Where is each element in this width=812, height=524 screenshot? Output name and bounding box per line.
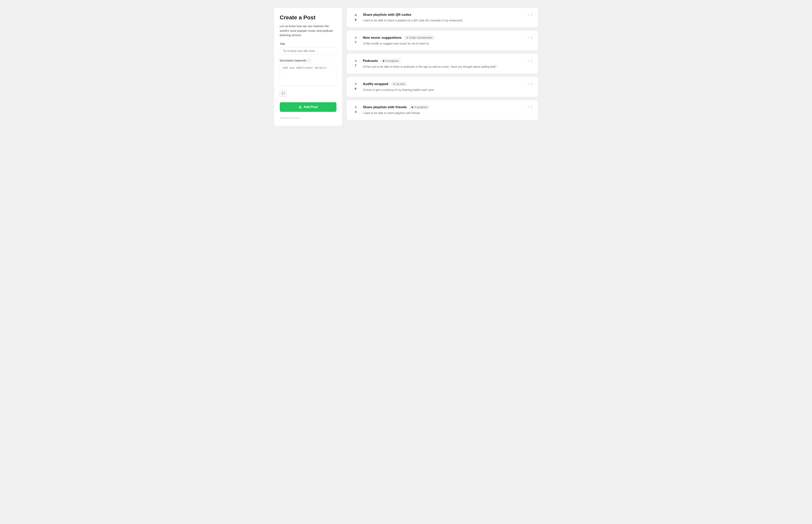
status-badge: Under consideration <box>404 35 435 40</box>
comment-section[interactable]: ○1 <box>527 105 532 109</box>
post-title: Audify wrapped <box>363 82 388 86</box>
post-title: Share playlists with friends <box>363 105 407 109</box>
vote-count: 6 <box>355 87 356 90</box>
post-card: ∧3Share playlists with friendsIn progres… <box>347 100 538 120</box>
post-body: I'd like Audify to suggest new music for… <box>363 42 523 46</box>
status-badge: Up next <box>391 82 408 86</box>
create-post-panel: Create a Post Let us know how we can imp… <box>274 8 342 126</box>
post-content: Share playlists with QR codesI want to b… <box>363 13 523 22</box>
image-icon <box>281 91 285 95</box>
status-text: Up next <box>396 82 405 85</box>
post-content: PodcastsIn progressIt'd be cool to be ab… <box>363 59 523 69</box>
vote-section: ∧8 <box>352 13 359 21</box>
post-title: Share playlists with QR codes <box>363 13 411 17</box>
post-header: Share playlists with friendsIn progress <box>363 105 523 110</box>
page-container: Create a Post Let us know how we can imp… <box>274 8 538 126</box>
comment-section[interactable]: ○1 <box>527 13 532 17</box>
post-card: ∧6Audify wrappedUp nextI'd love to get a… <box>347 77 538 97</box>
post-body: I'd love to get a round-up of my listeni… <box>363 88 523 92</box>
comment-count: 1 <box>531 13 532 17</box>
posts-panel: ∧8Share playlists with QR codesI want to… <box>347 8 538 126</box>
post-card: ∧7PodcastsIn progressIt'd be cool to be … <box>347 54 538 74</box>
status-text: In progress <box>414 105 427 109</box>
add-post-label: Add Post <box>303 105 318 109</box>
comment-icon: ○ <box>527 82 529 86</box>
add-post-button[interactable]: ⊕ Add Post <box>280 102 336 112</box>
image-upload-button[interactable] <box>280 90 287 97</box>
vote-count: 8 <box>355 18 356 21</box>
post-content: Audify wrappedUp nextI'd love to get a r… <box>363 82 523 92</box>
comment-count: 1 <box>531 105 532 109</box>
post-content: New music suggestionsUnder consideration… <box>363 35 523 46</box>
post-header: Share playlists with QR codes <box>363 13 523 17</box>
title-label: Title <box>280 42 336 46</box>
post-header: Audify wrappedUp next <box>363 82 523 86</box>
add-post-icon: ⊕ <box>299 105 302 110</box>
post-body: I want to be able to share playlists wit… <box>363 111 523 115</box>
status-text: In progress <box>386 59 399 62</box>
comment-section[interactable]: ○2 <box>527 35 532 39</box>
upvote-button[interactable]: ∧ <box>354 82 357 86</box>
status-dot <box>383 60 384 62</box>
description-textarea[interactable] <box>280 64 336 86</box>
vote-section: ∧6 <box>352 82 359 90</box>
comment-count: 2 <box>531 36 532 39</box>
status-badge: In progress <box>380 59 401 63</box>
powered-by: Powered by Noora <box>280 117 336 119</box>
comment-count: 1 <box>531 59 532 62</box>
comment-count: 1 <box>531 82 532 85</box>
panel-title: Create a Post <box>280 14 336 21</box>
comment-icon: ○ <box>527 105 529 109</box>
panel-description: Let us know how we can improve the world… <box>280 24 336 37</box>
post-card: ∧8Share playlists with QR codesI want to… <box>347 8 538 27</box>
post-body: It'd be cool to be able to listen to pod… <box>363 65 523 69</box>
vote-count: 3 <box>355 110 356 113</box>
status-dot <box>393 83 395 85</box>
comment-section[interactable]: ○1 <box>527 82 532 86</box>
status-dot <box>407 37 408 38</box>
comment-section[interactable]: ○1 <box>527 59 532 63</box>
post-card: ∧7New music suggestionsUnder considerati… <box>347 31 538 50</box>
upvote-button[interactable]: ∧ <box>354 35 357 40</box>
vote-count: 7 <box>355 64 356 67</box>
comment-icon: ○ <box>527 59 529 63</box>
upvote-button[interactable]: ∧ <box>354 59 357 63</box>
upvote-button[interactable]: ∧ <box>354 105 357 109</box>
status-dot <box>412 107 413 108</box>
post-content: Share playlists with friendsIn progressI… <box>363 105 523 115</box>
description-label: Description (optional) ? <box>280 59 336 62</box>
comment-icon: ○ <box>527 13 529 17</box>
post-title: New music suggestions <box>363 36 402 40</box>
post-body: I want to be able to share a playlist vi… <box>363 18 523 22</box>
post-title: Podcasts <box>363 59 378 63</box>
post-header: PodcastsIn progress <box>363 59 523 63</box>
help-icon: ? <box>307 59 311 62</box>
comment-icon: ○ <box>527 35 529 39</box>
status-text: Under consideration <box>409 36 432 39</box>
post-header: New music suggestionsUnder consideration <box>363 35 523 40</box>
vote-section: ∧3 <box>352 105 359 113</box>
title-input[interactable] <box>280 47 336 55</box>
upvote-button[interactable]: ∧ <box>354 13 357 17</box>
vote-section: ∧7 <box>352 59 359 67</box>
vote-count: 7 <box>355 40 356 44</box>
status-badge: In progress <box>409 105 430 110</box>
svg-point-1 <box>282 92 283 93</box>
vote-section: ∧7 <box>352 35 359 44</box>
